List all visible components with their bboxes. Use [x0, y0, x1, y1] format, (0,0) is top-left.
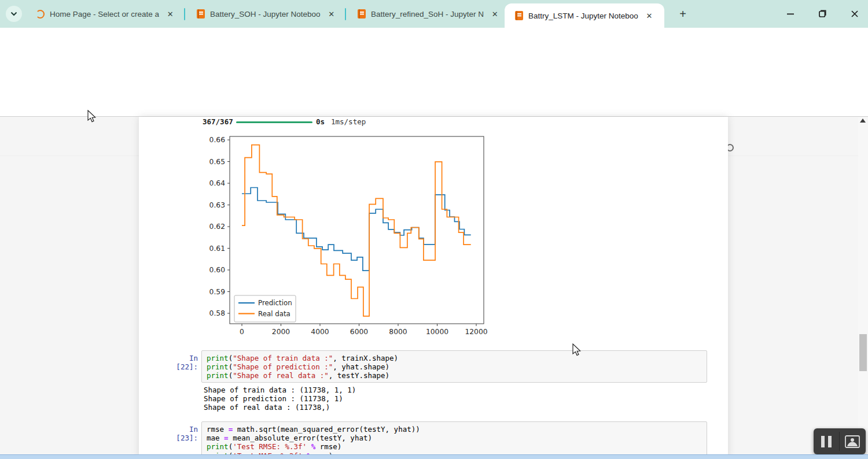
- svg-text:Prediction: Prediction: [258, 299, 292, 307]
- new-tab-button[interactable]: +: [675, 6, 691, 22]
- svg-text:0.59: 0.59: [209, 288, 225, 296]
- jupyter-book-favicon: [358, 9, 366, 18]
- window-minimize-button[interactable]: [783, 7, 798, 21]
- svg-text:0: 0: [240, 328, 244, 336]
- svg-text:4000: 4000: [311, 328, 329, 336]
- jupyter-book-favicon: [515, 11, 523, 20]
- snapshot-button[interactable]: [840, 435, 865, 448]
- close-icon: [851, 10, 859, 18]
- svg-text:0.64: 0.64: [209, 179, 226, 187]
- tab-title: Battery_SOH - Jupyter Noteboo: [210, 10, 321, 18]
- chevron-down-icon: [10, 12, 17, 16]
- recording-control-overlay: [814, 428, 866, 454]
- cell-prompt: In [22]:: [164, 354, 198, 371]
- tab-search-chevron-button[interactable]: [6, 6, 22, 22]
- scrollbar-thumb[interactable]: [859, 334, 867, 371]
- cell-prompt: In [23]:: [164, 425, 198, 442]
- svg-text:0.66: 0.66: [209, 136, 226, 144]
- browser-tab-strip: Home Page - Select or create a ✕ Battery…: [0, 0, 868, 28]
- svg-text:10000: 10000: [426, 328, 448, 336]
- tab-close-icon[interactable]: ✕: [644, 10, 654, 21]
- tab-close-icon[interactable]: ✕: [490, 9, 500, 19]
- svg-text:0.62: 0.62: [209, 223, 225, 231]
- loading-spinner-icon: [36, 10, 45, 18]
- svg-text:2000: 2000: [272, 328, 290, 336]
- tab-close-icon[interactable]: ✕: [326, 9, 337, 19]
- cell-output-area: Shape of train data : (11738, 1, 1)Shape…: [204, 386, 356, 412]
- tab-close-icon[interactable]: ✕: [165, 9, 175, 19]
- maximize-icon: [818, 10, 826, 18]
- tab-separator: [345, 8, 346, 20]
- svg-text:12000: 12000: [465, 328, 487, 336]
- jupyter-book-favicon: [197, 9, 205, 18]
- scroll-up-arrow-icon[interactable]: [860, 119, 866, 123]
- progress-rate: 1ms/step: [331, 117, 366, 126]
- tab-title: Home Page - Select or create a: [50, 10, 159, 18]
- page-scrollbar[interactable]: [858, 117, 868, 455]
- prediction-vs-real-chart: 0.580.590.600.610.620.630.640.650.660200…: [205, 132, 495, 341]
- svg-text:0.61: 0.61: [209, 245, 225, 253]
- tab-home-page[interactable]: Home Page - Select or create a ✕: [28, 0, 182, 28]
- tab-battery-refined-soh[interactable]: Battery_refined_SoH - Jupyter N ✕: [350, 0, 501, 28]
- tab-battry-lstm-active[interactable]: Battry_LSTM - Jupyter Noteboo ✕: [505, 3, 664, 28]
- minimize-icon: [786, 10, 795, 18]
- progress-time: 0s: [316, 117, 325, 126]
- picture-icon: [845, 435, 860, 448]
- progress-bar: [236, 121, 312, 123]
- jupyter-header: jupyter Battry_LSTM Last Checkpoint: 10 …: [0, 58, 868, 117]
- taskbar-edge: [0, 454, 868, 459]
- window-close-button[interactable]: [847, 7, 862, 21]
- svg-text:0.60: 0.60: [209, 266, 225, 274]
- code-cell-input[interactable]: rmse = math.sqrt(mean_squared_error(test…: [201, 421, 707, 459]
- svg-text:8000: 8000: [389, 328, 407, 336]
- tab-battery-soh[interactable]: Battery_SOH - Jupyter Noteboo ✕: [189, 0, 340, 28]
- pause-button[interactable]: [814, 436, 839, 447]
- svg-text:6000: 6000: [350, 328, 368, 336]
- pause-icon: [821, 436, 825, 447]
- tab-title: Battery_refined_SoH - Jupyter N: [371, 10, 484, 18]
- svg-text:Real data: Real data: [258, 310, 290, 318]
- tab-title: Battry_LSTM - Jupyter Noteboo: [528, 12, 638, 20]
- tab-separator: [184, 8, 185, 20]
- svg-text:0.58: 0.58: [209, 309, 225, 317]
- svg-text:0.63: 0.63: [209, 201, 225, 209]
- progress-count: 367/367: [203, 117, 233, 126]
- browser-toolbar: localhost:8888/notebooks/Battry_LSTM.ipy…: [0, 28, 868, 58]
- pause-icon: [828, 436, 832, 447]
- window-maximize-button[interactable]: [815, 7, 830, 21]
- code-cell-input[interactable]: print("Shape of train data :", trainX.sh…: [201, 350, 707, 383]
- svg-text:0.65: 0.65: [209, 158, 225, 166]
